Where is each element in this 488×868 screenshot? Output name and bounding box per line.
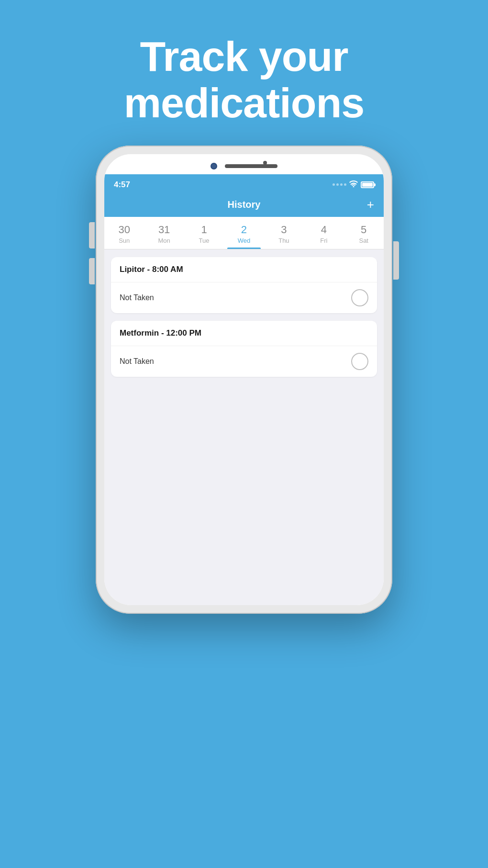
med-card-header: Lipitor - 8:00 AM — [111, 257, 377, 282]
date-tab-wed[interactable]: 2 Wed — [227, 222, 261, 249]
date-num: 31 — [158, 224, 170, 236]
date-day: Thu — [278, 237, 289, 244]
med-card-header: Metformin - 12:00 PM — [111, 321, 377, 346]
phone-frame: 4:57 — [0, 146, 488, 614]
status-icons — [333, 180, 374, 189]
battery-icon — [361, 181, 374, 188]
content-area: Lipitor - 8:00 AM Not Taken Metformin - … — [104, 249, 384, 392]
signal-dot-1 — [333, 183, 335, 186]
date-num: 4 — [321, 224, 327, 236]
date-day: Mon — [158, 237, 170, 244]
date-num: 1 — [201, 224, 207, 236]
signal-dot-2 — [336, 183, 339, 186]
date-tab-thu[interactable]: 3 Thu — [267, 222, 300, 249]
phone-side-button — [393, 241, 399, 280]
date-day: Sat — [359, 237, 368, 244]
signal-dot-3 — [340, 183, 343, 186]
med-card-body: Not Taken — [111, 346, 377, 377]
phone-speaker — [225, 164, 277, 168]
date-num: 3 — [281, 224, 287, 236]
med-status: Not Taken — [120, 293, 154, 302]
phone-top-bar — [104, 154, 384, 174]
date-day: Fri — [320, 237, 327, 244]
hero-section: Track your medications — [0, 0, 488, 146]
med-status: Not Taken — [120, 357, 154, 366]
phone-camera — [211, 163, 217, 169]
date-tab-mon[interactable]: 31 Mon — [147, 222, 181, 249]
med-taken-button[interactable] — [351, 353, 368, 370]
phone-sensor — [263, 161, 267, 165]
nav-title: History — [228, 199, 261, 210]
med-title: Metformin - 12:00 PM — [120, 328, 201, 338]
date-tab-sat[interactable]: 5 Sat — [347, 222, 380, 249]
hero-line2: medications — [124, 79, 364, 126]
med-card-1: Metformin - 12:00 PM Not Taken — [111, 321, 377, 377]
date-day: Wed — [238, 237, 251, 244]
date-tabs: 30 Sun 31 Mon 1 Tue 2 Wed 3 Thu 4 Fri 5 … — [104, 217, 384, 249]
date-num: 30 — [118, 224, 130, 236]
signal-icon — [333, 183, 346, 186]
phone-inner: 4:57 — [104, 154, 384, 605]
status-time: 4:57 — [114, 180, 130, 190]
date-num: 2 — [241, 224, 247, 236]
date-day: Tue — [199, 237, 210, 244]
date-day: Sun — [119, 237, 130, 244]
hero-line1: Track your — [140, 33, 348, 80]
med-title: Lipitor - 8:00 AM — [120, 265, 183, 274]
med-card-0: Lipitor - 8:00 AM Not Taken — [111, 257, 377, 313]
screen: 4:57 — [104, 174, 384, 605]
date-num: 5 — [361, 224, 366, 236]
date-tab-sun[interactable]: 30 Sun — [108, 222, 141, 249]
nav-bar: History + — [104, 195, 384, 217]
status-bar: 4:57 — [104, 174, 384, 195]
date-tab-fri[interactable]: 4 Fri — [307, 222, 341, 249]
add-button[interactable]: + — [367, 197, 374, 212]
phone-outer: 4:57 — [96, 146, 392, 614]
signal-dot-4 — [344, 183, 346, 186]
med-taken-button[interactable] — [351, 289, 368, 306]
date-tab-tue[interactable]: 1 Tue — [188, 222, 221, 249]
battery-fill — [362, 183, 373, 187]
wifi-icon — [349, 180, 358, 189]
med-card-body: Not Taken — [111, 282, 377, 313]
